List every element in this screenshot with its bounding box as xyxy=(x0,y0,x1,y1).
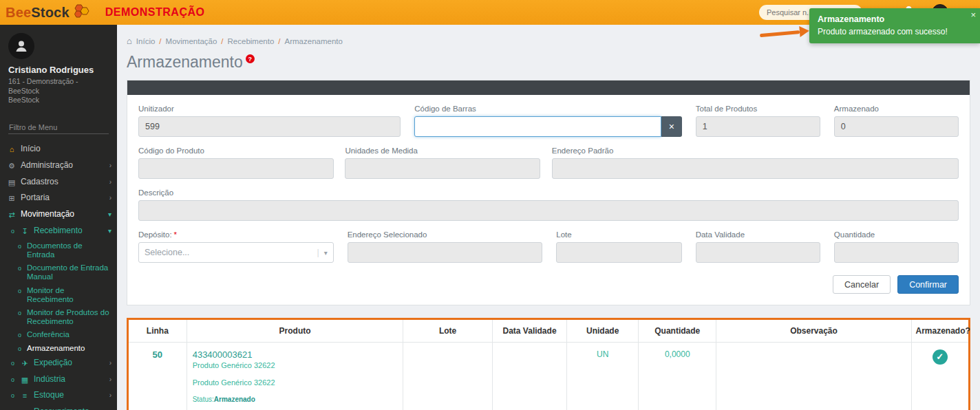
endereco-selecionado-input[interactable] xyxy=(348,242,543,263)
sidebar-item-ressuprimento[interactable]: o ▩ Ressuprimento › xyxy=(0,404,117,410)
required-asterisk: * xyxy=(174,230,177,239)
field-data-validade: Data Validade xyxy=(696,230,820,263)
armazenado-input[interactable] xyxy=(834,116,959,137)
environment-label: DEMONSTRAÇÃO xyxy=(105,6,205,19)
field-unidades-medida: Unidades de Medida xyxy=(345,147,540,179)
endereco-padrao-label: Endereço Padrão xyxy=(552,147,959,155)
cell-observacao xyxy=(716,343,911,410)
header-data-validade: Data Validade xyxy=(492,320,567,343)
field-lote: Lote xyxy=(556,230,681,263)
total-produtos-input[interactable] xyxy=(696,116,820,137)
sidebar-item-monitor-de-recebimento[interactable]: o Monitor de Recebimento xyxy=(0,284,117,306)
brand-logo[interactable]: BeeStock xyxy=(6,3,90,22)
bullet-icon: o xyxy=(11,376,16,383)
bullet-icon: o xyxy=(11,360,16,367)
deposito-select[interactable]: Selecione... | ▾ xyxy=(138,242,334,263)
codigo-barras-group: × xyxy=(414,116,682,137)
header-quantidade: Quantidade xyxy=(639,320,716,343)
factory-icon: ▦ xyxy=(20,376,30,385)
card-body: Unitizador Código de Barras × Total de P… xyxy=(127,95,970,305)
caret-down-icon: ▾ xyxy=(324,249,328,257)
annotation-arrow-head xyxy=(799,25,809,37)
cell-armazenado: ✓ xyxy=(911,343,968,410)
unitizador-input[interactable] xyxy=(138,116,401,137)
form-buttons: Cancelar Confirmar xyxy=(138,275,959,294)
header-armazenado: Armazenado? xyxy=(911,320,968,343)
sidebar-item-conferencia[interactable]: o Conferência xyxy=(0,328,117,341)
header-produto: Produto xyxy=(187,320,403,343)
clear-barcode-button[interactable]: × xyxy=(661,116,682,137)
field-quantidade: Quantidade xyxy=(834,230,959,263)
sidebar-item-administracao[interactable]: ⚙ Administração › xyxy=(0,158,117,174)
quantidade-input[interactable] xyxy=(834,242,959,263)
header-lote: Lote xyxy=(403,320,492,343)
table-row: 50 433400003621 Produto Genérico 32622 P… xyxy=(129,343,968,410)
sidebar-item-inicio[interactable]: ⌂ Início xyxy=(0,141,117,158)
bullet-icon: o xyxy=(18,345,23,352)
sidebar-item-monitor-de-produtos[interactable]: o Monitor de Produtos do Recebimento xyxy=(0,306,117,328)
toast-title: Armazenamento xyxy=(818,14,965,24)
sidebar-item-recebimento[interactable]: o ↧ Recebimento ▾ xyxy=(0,223,117,239)
lote-input[interactable] xyxy=(556,242,681,263)
unitizador-label: Unitizador xyxy=(138,105,401,113)
data-validade-input[interactable] xyxy=(696,242,820,263)
home-icon: ⌂ xyxy=(7,145,17,154)
check-icon: ✓ xyxy=(933,349,948,365)
select-divider: | xyxy=(317,248,319,257)
codigo-produto-input[interactable] xyxy=(138,158,334,179)
sidebar-item-expedicao[interactable]: o ✈ Expedição › xyxy=(0,355,117,371)
sidebar-user-block: Cristiano Rodrigues 161 - Demonstração -… xyxy=(0,25,117,108)
cell-lote xyxy=(403,343,492,410)
sidebar: Cristiano Rodrigues 161 - Demonstração -… xyxy=(0,25,117,410)
field-codigo-produto: Código do Produto xyxy=(138,147,334,179)
codigo-barras-input[interactable] xyxy=(414,116,661,137)
sidebar-item-portaria[interactable]: ⊞ Portaria › xyxy=(0,190,117,206)
descricao-input[interactable] xyxy=(138,200,959,221)
form-row-3: Descrição xyxy=(138,188,959,221)
field-deposito: Depósito:* Selecione... | ▾ xyxy=(138,230,334,263)
confirm-button[interactable]: Confirmar xyxy=(897,275,959,294)
endereco-padrao-input[interactable] xyxy=(552,158,959,179)
user-avatar-icon[interactable] xyxy=(8,33,34,59)
sidebar-item-documentos-de-entrada[interactable]: o Documentos de Entrada xyxy=(0,239,117,261)
breadcrumb-recebimento[interactable]: Recebimento xyxy=(228,37,275,45)
sidebar-item-documento-de-entrada-manual[interactable]: o Documento de Entrada Manual xyxy=(0,261,117,283)
sidebar-menu: ⌂ Início ⚙ Administração › ▤ Cadastros ›… xyxy=(0,141,117,410)
inbox-icon: ↧ xyxy=(20,227,30,236)
chevron-down-icon: ▾ xyxy=(108,227,111,235)
send-icon: ✈ xyxy=(20,359,30,368)
products-table: Linha Produto Lote Data Validade Unidade… xyxy=(129,320,968,410)
sidebar-item-movimentacao[interactable]: ⇄ Movimentação ▾ xyxy=(0,206,117,223)
chevron-down-icon: ▾ xyxy=(108,211,111,219)
hexagon-logo-icon xyxy=(72,3,90,22)
bullet-icon: o xyxy=(11,392,16,399)
unidades-medida-input[interactable] xyxy=(345,158,540,179)
product-code-link[interactable]: 433400003621 xyxy=(193,349,398,360)
breadcrumb-inicio[interactable]: Início xyxy=(136,37,156,45)
menu-filter-input[interactable] xyxy=(8,121,109,134)
product-name-2: Produto Genérico 32622 xyxy=(193,378,398,387)
field-codigo-barras: Código de Barras × xyxy=(414,105,682,137)
field-endereco-selecionado: Endereço Selecionado xyxy=(348,230,543,263)
chevron-right-icon: › xyxy=(109,194,111,202)
sidebar-item-industria[interactable]: o ▦ Indústria › xyxy=(0,371,117,388)
list-icon: ≡ xyxy=(20,391,30,400)
sidebar-item-estoque[interactable]: o ≡ Estoque › xyxy=(0,387,117,404)
breadcrumb-separator: / xyxy=(278,37,280,45)
sidebar-item-cadastros[interactable]: ▤ Cadastros › xyxy=(0,174,117,191)
breadcrumb-movimentacao[interactable]: Movimentação xyxy=(166,37,217,45)
sidebar-item-armazenamento[interactable]: o Armazenamento xyxy=(0,342,117,355)
cancel-button[interactable]: Cancelar xyxy=(833,275,891,294)
help-icon[interactable]: ? xyxy=(246,54,255,63)
card-header-bar[interactable] xyxy=(127,80,970,95)
bullet-icon: o xyxy=(18,288,23,294)
product-name: Produto Genérico 32622 xyxy=(193,361,398,369)
total-produtos-label: Total de Produtos xyxy=(696,105,820,113)
annotation-highlight: Linha Produto Lote Data Validade Unidade… xyxy=(127,318,970,410)
chevron-right-icon: › xyxy=(109,162,111,170)
cell-unidade: UN xyxy=(567,343,639,410)
brand-bee: Bee xyxy=(6,5,31,21)
bullet-icon: o xyxy=(18,265,23,272)
toast-close-icon[interactable]: × xyxy=(970,10,976,19)
header-linha: Linha xyxy=(129,320,187,343)
